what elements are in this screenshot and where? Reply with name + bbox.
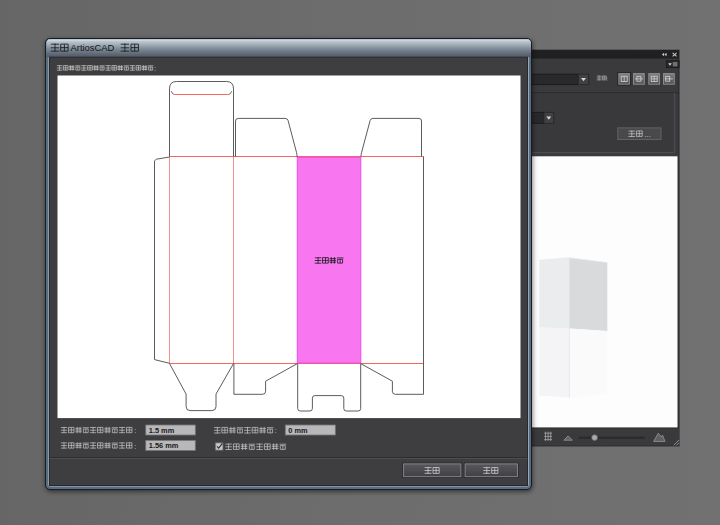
svg-text::: : xyxy=(275,426,277,435)
svg-text::: : xyxy=(154,65,156,72)
svg-text:0 mm: 0 mm xyxy=(288,426,308,435)
svg-text::: : xyxy=(134,442,136,451)
svg-text:1.56 mm: 1.56 mm xyxy=(149,441,179,450)
svg-text:1.5 mm: 1.5 mm xyxy=(149,426,175,435)
svg-text::: : xyxy=(134,426,136,435)
svg-text:ArtiosCAD: ArtiosCAD xyxy=(71,42,115,53)
svg-text:...: ... xyxy=(645,130,651,139)
